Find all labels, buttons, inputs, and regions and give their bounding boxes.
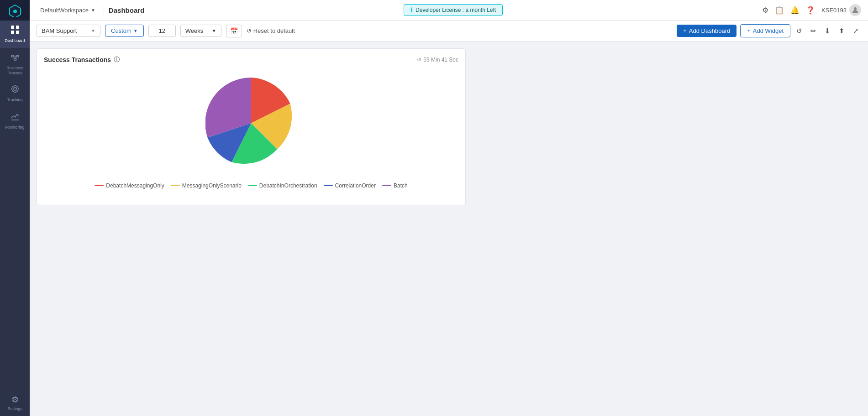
number-input[interactable]: [148, 25, 176, 37]
legend-item-messaging-only: MessagingOnlyScenario: [171, 182, 242, 189]
widget-timer: ↺ 59 Min 41 Sec: [417, 57, 458, 63]
add-widget-button[interactable]: + Add Widget: [740, 24, 790, 37]
widget-info-icon[interactable]: ⓘ: [114, 56, 120, 64]
legend-label-correlation-order: CorrelationOrder: [335, 182, 376, 189]
edit-icon[interactable]: ✏: [808, 25, 819, 37]
dashboard-icon: [11, 25, 20, 36]
legend-label-debatch-orchestration: DebatchInOrchestration: [259, 182, 317, 189]
add-dashboard-button[interactable]: + Add Dashboard: [677, 25, 736, 37]
custom-button[interactable]: Custom ▼: [105, 25, 144, 37]
bam-support-label: BAM Support: [42, 27, 77, 34]
sidebar-item-tracking-label: Tracking: [7, 98, 22, 103]
legend-label-batch: Batch: [394, 182, 408, 189]
widget-card: Success Transactions ⓘ ↺ 59 Min 41 Sec: [37, 48, 466, 205]
refresh-icon[interactable]: ↺: [794, 25, 805, 37]
top-header: DefaultWorkspace ▼ Dashboard ℹ Developer…: [30, 0, 868, 21]
sidebar-item-dashboard-label: Dashboard: [5, 38, 25, 43]
notifications-icon[interactable]: 📋: [775, 6, 784, 15]
bam-support-dropdown[interactable]: BAM Support ▼: [37, 25, 100, 37]
license-info-icon: ℹ: [410, 6, 413, 14]
legend-item-batch: Batch: [382, 182, 408, 189]
user-info[interactable]: KSE0193: [821, 4, 861, 16]
user-id: KSE0193: [821, 7, 847, 14]
svg-rect-6: [11, 55, 14, 57]
toolbar: BAM Support ▼ Custom ▼ Weeks ▼ 📅 ↺ Reset…: [30, 21, 868, 42]
legend-color-batch: [382, 185, 391, 186]
expand-icon[interactable]: ⤢: [851, 25, 861, 37]
calendar-icon: 📅: [230, 27, 238, 35]
add-widget-icon: +: [747, 27, 751, 34]
svg-rect-2: [11, 26, 14, 29]
reset-button[interactable]: ↺ Reset to default: [247, 27, 295, 34]
header-right: ⚙ 📋 🔔 ❓ KSE0193: [762, 4, 861, 16]
svg-point-1: [13, 10, 17, 13]
sidebar-item-monitoring[interactable]: Monitoring: [0, 107, 30, 135]
legend-color-messaging-only: [171, 185, 180, 186]
toolbar-right: + Add Dashboard + Add Widget ↺ ✏ ⬇ ⬆ ⤢: [677, 24, 861, 37]
svg-point-18: [854, 7, 857, 10]
monitoring-icon: [11, 112, 20, 123]
weeks-dropdown[interactable]: Weeks ▼: [180, 25, 221, 37]
weeks-label: Weeks: [185, 27, 204, 34]
settings-icon: ⚙: [11, 395, 19, 405]
sidebar: Dashboard Business Process Trac: [0, 0, 30, 416]
app-logo: [0, 0, 30, 21]
timer-text: 59 Min 41 Sec: [423, 57, 458, 63]
widget-title-container: Success Transactions ⓘ: [44, 56, 120, 64]
reset-label: Reset to default: [253, 27, 295, 34]
chart-area: DebatchMessagingOnly MessagingOnlyScenar…: [44, 68, 458, 198]
sidebar-item-tracking[interactable]: Tracking: [0, 80, 30, 107]
timer-refresh-icon: ↺: [417, 57, 421, 63]
weeks-chevron-icon: ▼: [212, 28, 216, 33]
widget-header: Success Transactions ⓘ ↺ 59 Min 41 Sec: [44, 56, 458, 64]
sidebar-item-settings-label: Settings: [7, 406, 22, 411]
bam-support-chevron-icon: ▼: [91, 28, 95, 33]
download-icon[interactable]: ⬇: [822, 25, 833, 37]
add-dashboard-label: Add Dashboard: [689, 27, 730, 34]
widget-title-text: Success Transactions: [44, 56, 111, 63]
legend-item-debatch-messaging: DebatchMessagingOnly: [95, 182, 164, 189]
alerts-icon[interactable]: 🔔: [790, 6, 800, 15]
calendar-button[interactable]: 📅: [226, 25, 242, 37]
header-center: ℹ Developer License : a month Left: [149, 4, 758, 16]
page-title: Dashboard: [109, 6, 144, 14]
sidebar-item-business-process[interactable]: Business Process: [0, 48, 30, 80]
sidebar-bottom: ⚙ Settings: [0, 390, 30, 416]
svg-rect-7: [16, 55, 19, 57]
custom-chevron-icon: ▼: [133, 28, 138, 33]
reset-icon: ↺: [247, 27, 252, 34]
content-area: Success Transactions ⓘ ↺ 59 Min 41 Sec: [30, 42, 868, 416]
add-widget-label: Add Widget: [753, 27, 784, 34]
workspace-chevron-icon: ▼: [91, 8, 95, 13]
svg-rect-4: [11, 31, 14, 34]
svg-point-12: [14, 88, 16, 90]
chart-legend: DebatchMessagingOnly MessagingOnlyScenar…: [95, 182, 407, 189]
svg-point-11: [12, 86, 18, 92]
workspace-label: DefaultWorkspace: [40, 7, 89, 14]
header-divider: [104, 5, 104, 15]
legend-item-debatch-orchestration: DebatchInOrchestration: [248, 182, 317, 189]
sidebar-item-settings[interactable]: ⚙ Settings: [0, 390, 30, 416]
legend-color-debatch-messaging: [95, 185, 104, 186]
legend-color-debatch-orchestration: [248, 185, 257, 186]
svg-rect-5: [16, 31, 19, 34]
sidebar-item-business-process-label: Business Process: [2, 66, 27, 76]
help-icon[interactable]: ❓: [806, 6, 815, 15]
legend-item-correlation-order: CorrelationOrder: [324, 182, 376, 189]
user-avatar: [849, 4, 861, 16]
business-process-icon: [11, 52, 20, 64]
legend-color-correlation-order: [324, 185, 333, 186]
share-icon[interactable]: ⬆: [836, 25, 847, 37]
workspace-selector[interactable]: DefaultWorkspace ▼: [37, 5, 99, 16]
svg-rect-8: [14, 58, 16, 60]
tracking-icon: [11, 84, 20, 96]
legend-label-debatch-messaging: DebatchMessagingOnly: [106, 182, 164, 189]
add-dashboard-icon: +: [683, 27, 687, 34]
settings-gear-icon[interactable]: ⚙: [762, 6, 768, 15]
legend-label-messaging-only: MessagingOnlyScenario: [182, 182, 242, 189]
main-area: DefaultWorkspace ▼ Dashboard ℹ Developer…: [30, 0, 868, 416]
license-text: Developer License : a month Left: [416, 7, 496, 13]
sidebar-item-dashboard[interactable]: Dashboard: [0, 21, 30, 48]
license-banner: ℹ Developer License : a month Left: [404, 4, 503, 16]
pie-chart: [205, 78, 297, 169]
